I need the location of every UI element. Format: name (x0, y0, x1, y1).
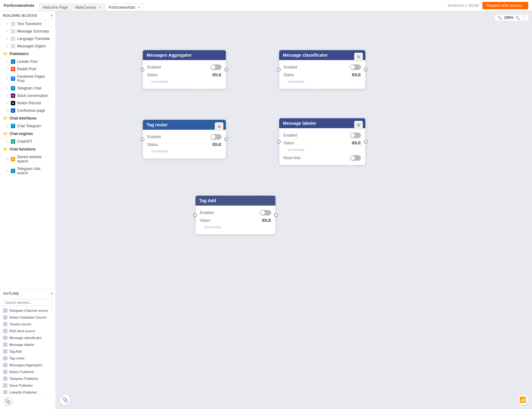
outline-item-icon-tag-router (3, 356, 7, 360)
sidebar-category-chat-interfaces[interactable]: 📁 Chat interfaces (0, 114, 55, 122)
connector-right-tag-add[interactable] (274, 213, 278, 217)
connector-left-message-labeler[interactable] (277, 140, 281, 144)
sidebar-item-label-facebook-pages: Facebook Pages Post (17, 74, 52, 83)
sidebar-item-message-summary[interactable]: ⠿Message Summary (0, 28, 55, 35)
icon-telegram-chat-search: T (11, 169, 15, 173)
sidebar-item-notion-record[interactable]: ⠿NNotion Record (0, 99, 55, 107)
connector-left-messages-aggregator[interactable] (141, 68, 144, 72)
outline-item-label-slack-publisher: Slack Publisher (9, 384, 33, 387)
field-value-idle: IDLE (262, 218, 271, 223)
sidebar-item-language-translate[interactable]: ⠿Language Translate (0, 35, 55, 42)
chevron-down-icon[interactable]: ▾ (51, 14, 53, 17)
node-header-messages-aggregator: Messages Aggregator (143, 50, 226, 60)
outline-item-telegram-channel-source[interactable]: Telegram Channel source (0, 307, 55, 314)
outline-item-messages-aggregator[interactable]: Messages Aggregator (0, 362, 55, 368)
sidebar-item-facebook-pages[interactable]: ⠿fFacebook Pages Post (0, 73, 55, 85)
outline-item-icon-message-labeler (3, 342, 7, 347)
readonly-badge: READONLY MODE (448, 4, 479, 7)
connector-left-message-classificator[interactable] (277, 68, 281, 72)
sidebar-item-stored-website-search[interactable]: ⠿SStored website search (0, 153, 55, 165)
connector-left-tag-router[interactable] (141, 137, 144, 141)
node-card-tag-router[interactable]: ⧉ Tag router Enabled ▶ Status IDLE proce… (143, 120, 226, 159)
sidebar-item-telegram-chat-search[interactable]: ⠿TTelegram chat search (0, 165, 55, 177)
copy-icon-btn[interactable]: ⧉ (354, 121, 363, 129)
sidebar-item-label-telegram-chat: Telegram Chat (17, 86, 41, 90)
app-logo: ForScreenshots (4, 3, 34, 8)
outline-item-rss-feed-source[interactable]: RSS feed source (0, 328, 55, 334)
connector-left-tag-add[interactable] (193, 213, 197, 217)
drag-handle-icon: ⠿ (6, 140, 8, 143)
tab-close-main[interactable]: ✕ (99, 6, 101, 10)
tab-main[interactable]: MainCanvas✕ (72, 4, 105, 11)
outline-item-icon-rss-feed-source (3, 329, 7, 333)
signal-button[interactable]: 📶 (517, 394, 528, 405)
node-card-message-classificator[interactable]: ⧉ Message classificator Enabled ▶ Status… (279, 50, 366, 89)
field-label: Status (284, 141, 294, 145)
topbar-right: READONLY MODE Request write access... (448, 2, 528, 9)
icon-chat-telegram: T (11, 124, 15, 128)
outline-item-tag-add[interactable]: Tag Add (0, 348, 55, 355)
connector-right-messages-aggregator[interactable] (224, 68, 228, 72)
node-card-messages-aggregator[interactable]: Messages Aggregator Enabled ▶ Status IDL… (143, 50, 226, 89)
tab-label-main: MainCanvas (75, 5, 96, 10)
outline-item-linkedin-publisher[interactable]: Linkedin Publisher (0, 389, 55, 394)
outline-item-label-tag-add: Tag Add (9, 350, 22, 353)
outline-item-label-tag-router: Tag router (9, 356, 25, 360)
folder-icon-functions: 📁 (3, 147, 8, 151)
node-card-message-labeler[interactable]: ⧉ Message labeler Enabled ▶ Status IDLE … (279, 118, 366, 165)
sidebar-item-chat-telegram[interactable]: ⠿TChat Telegram (0, 122, 55, 130)
sidebar-publishers: ⠿LLinedin Post⠿RReddit Post⠿fFacebook Pa… (0, 58, 55, 114)
tab-welcome[interactable]: Welcome Page (39, 4, 71, 11)
outline-item-message-labeler[interactable]: Message labeler (0, 341, 55, 348)
node-card-tag-add[interactable]: Tag Add Enabled ▶ Status IDLE processing (195, 195, 276, 235)
outline-item-telegram-publisher[interactable]: Telegram Publisher (0, 375, 55, 382)
sidebar: BUILDING BLOCKS ▾ ⠿Text Transform⠿Messag… (0, 11, 56, 409)
copy-icon-btn[interactable]: ⧉ (354, 53, 363, 61)
sidebar-item-messages-digest[interactable]: ⠿Messages Digest (0, 42, 55, 50)
toggle-switch[interactable]: ▶ (350, 64, 361, 70)
outline-item-notion-publisher[interactable]: Notion Publisher (0, 368, 55, 375)
connector-right-tag-router[interactable] (224, 137, 228, 141)
outline-item-notion-database-source[interactable]: Notion Database Source (0, 314, 55, 321)
sidebar-item-chatgpt[interactable]: ⠿GChatGPT (0, 138, 55, 145)
node-field-processing: processing (147, 148, 222, 155)
sidebar-item-linkedin-post[interactable]: ⠿LLinedin Post (0, 58, 55, 65)
sidebar-item-slack-conversation[interactable]: ⠿SSlack conversation (0, 92, 55, 99)
toggle-switch[interactable]: ▶ (260, 210, 271, 215)
sidebar-item-label-stored-website-search: Stored website search (17, 155, 52, 163)
toggle-switch[interactable]: ▶ (350, 155, 361, 161)
chevron-down-icon-outline[interactable]: ▾ (51, 292, 53, 295)
sidebar-item-reddit-post[interactable]: ⠿RReddit Post (0, 65, 55, 73)
toggle-knob (350, 156, 355, 160)
tab-close-forscreenshots[interactable]: ✕ (138, 6, 140, 10)
sidebar-category-chat-functions[interactable]: 📁 Chat functions (0, 145, 55, 153)
outline-item-icon-telegram-channel-source (3, 308, 7, 313)
request-write-button[interactable]: Request write access... (482, 2, 528, 9)
toggle-switch[interactable]: ▶ (210, 64, 222, 70)
icon-telegram-chat: T (11, 86, 15, 90)
outline-search-input[interactable] (2, 299, 53, 306)
toggle-switch[interactable]: ▶ (210, 134, 222, 140)
toggle-switch[interactable]: ▶ (350, 133, 361, 138)
outline-item-slack-publisher[interactable]: Slack Publisher (0, 382, 55, 389)
sidebar-item-text-transform[interactable]: ⠿Text Transform (0, 20, 55, 28)
tab-label-forscreenshots: ForScreenshots (109, 5, 135, 10)
connector-right-message-classificator[interactable] (364, 68, 367, 72)
canvas-attachment-button[interactable]: 📎 (59, 394, 71, 405)
folder-icon: 📁 (3, 52, 8, 56)
tab-forscreenshots[interactable]: ForScreenshots✕ (105, 4, 144, 11)
outline-item-tag-router[interactable]: Tag router (0, 355, 55, 362)
field-label: Read links (284, 156, 301, 160)
sidebar-item-label-linkedin-post: Linedin Post (17, 59, 37, 64)
drag-handle-icon: ⠿ (6, 60, 8, 63)
outline-item-tweets-source[interactable]: Tweets source (0, 321, 55, 328)
sidebar-item-telegram-chat[interactable]: ⠿TTelegram Chat (0, 85, 55, 92)
sidebar-category-publishers[interactable]: 📁 Publishers (0, 50, 55, 58)
copy-icon-btn[interactable]: ⧉ (215, 122, 223, 131)
sidebar-item-confluence-page[interactable]: ⠿CConfluence page (0, 107, 55, 114)
sidebar-category-chat-engines[interactable]: 📁 Chat engines (0, 130, 55, 138)
attachment-icon-btn[interactable]: 📎 (3, 397, 13, 407)
canvas-area[interactable]: 🔍 195% 🔍 ⛶ Messages Aggregator Enabled ▶… (56, 11, 532, 409)
outline-item-message-classificator[interactable]: Message classificator (0, 334, 55, 341)
connector-right-message-labeler[interactable] (364, 140, 367, 144)
